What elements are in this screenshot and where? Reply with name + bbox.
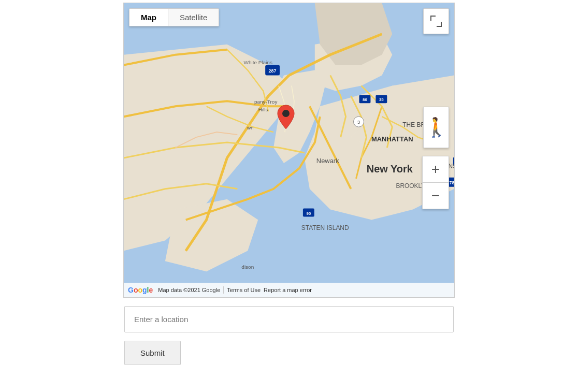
svg-text:80: 80 xyxy=(363,97,367,102)
svg-text:White Plains: White Plains xyxy=(244,60,272,65)
svg-text:35: 35 xyxy=(379,97,384,102)
map-background: 287 80 35 3 278 295 678 27 xyxy=(124,3,454,297)
svg-text:New York: New York xyxy=(367,163,413,175)
svg-text:wn: wn xyxy=(247,125,254,130)
svg-text:3: 3 xyxy=(357,120,360,125)
svg-text:95: 95 xyxy=(306,211,311,216)
pegman-icon: 🚶 xyxy=(425,117,448,138)
report-error-link[interactable]: Report a map error xyxy=(264,287,312,293)
svg-text:pany-Troy: pany-Troy xyxy=(254,99,277,105)
fullscreen-button[interactable] xyxy=(423,8,449,34)
footer-separator xyxy=(223,286,224,294)
zoom-out-button[interactable]: − xyxy=(423,183,449,209)
zoom-controls: + − xyxy=(422,156,449,209)
street-view-button[interactable]: 🚶 xyxy=(423,107,449,148)
satellite-button[interactable]: Satellite xyxy=(168,9,219,26)
submit-button[interactable]: Submit xyxy=(124,341,181,365)
svg-text:dison: dison xyxy=(241,264,254,270)
google-logo: Google xyxy=(128,286,153,294)
input-area: Submit xyxy=(123,306,455,365)
map-attribution: Map data ©2021 Google xyxy=(158,287,220,293)
svg-text:287: 287 xyxy=(269,68,277,74)
fullscreen-icon xyxy=(430,16,442,27)
svg-text:Newark: Newark xyxy=(316,157,339,165)
svg-text:MANHATTAN: MANHATTAN xyxy=(371,135,413,143)
map-container: 287 80 35 3 278 295 678 27 xyxy=(123,3,455,298)
page-container: 287 80 35 3 278 295 678 27 xyxy=(123,0,455,365)
svg-text:STATEN ISLAND: STATEN ISLAND xyxy=(301,224,349,231)
map-type-toggle: Map Satellite xyxy=(129,8,219,26)
zoom-in-button[interactable]: + xyxy=(423,156,449,182)
svg-text:Hills: Hills xyxy=(258,107,268,112)
map-footer: Google Map data ©2021 Google Terms of Us… xyxy=(124,283,454,297)
map-button[interactable]: Map xyxy=(129,9,168,26)
terms-of-use-link[interactable]: Terms of Use xyxy=(227,287,261,293)
location-input[interactable] xyxy=(124,306,454,332)
